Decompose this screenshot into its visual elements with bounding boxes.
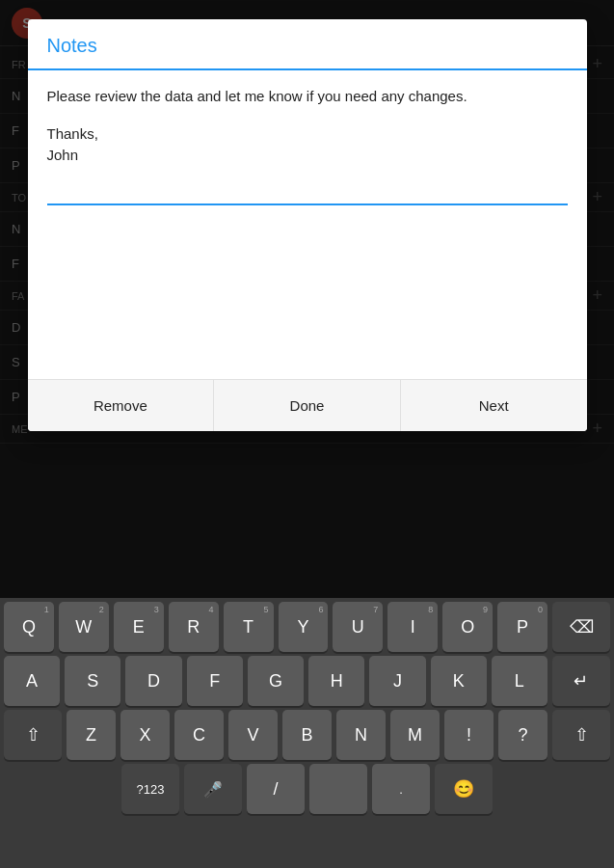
dialog-actions: Remove Done Next [28,379,587,431]
key-e[interactable]: 3E [114,602,164,652]
shift-key-left[interactable]: ⇧ [4,710,62,760]
key-exclaim[interactable]: ! [444,710,494,760]
key-v[interactable]: V [228,710,278,760]
backspace-key[interactable]: ⌫ [552,602,610,652]
dialog-content: Please review the data and let me know i… [28,70,587,379]
key-w[interactable]: 2W [59,602,109,652]
key-t[interactable]: 5T [224,602,274,652]
next-button[interactable]: Next [401,380,587,431]
keyboard-row-2: A S D F G H J K L ↵ [0,652,614,706]
slash-key[interactable]: / [247,764,305,814]
key-s[interactable]: S [65,656,120,706]
key-g[interactable]: G [248,656,304,706]
key-question[interactable]: ? [498,710,547,760]
dialog-body-text: Please review the data and let me know i… [47,86,568,108]
key-z[interactable]: Z [67,710,116,760]
dialog-title: Notes [28,19,587,70]
key-k[interactable]: K [431,656,487,706]
keyboard-row-3: ⇧ Z X C V B N M ! ? ⇧ [0,706,614,760]
period-key[interactable]: . [372,764,430,814]
enter-key[interactable]: ↵ [552,656,610,706]
key-q[interactable]: 1Q [4,602,54,652]
notes-text-input[interactable] [47,182,568,205]
modal-overlay: Notes Please review the data and let me … [0,0,614,598]
notes-dialog: Notes Please review the data and let me … [28,19,587,431]
remove-button[interactable]: Remove [28,380,215,431]
key-u[interactable]: 7U [333,602,383,652]
keyboard-row-4: ?123 🎤 / . 😊 [0,760,614,814]
key-o[interactable]: 9O [442,602,493,652]
keyboard: 1Q 2W 3E 4R 5T 6Y 7U 8I 9O 0P ⌫ A S D F … [0,598,614,868]
key-d[interactable]: D [125,656,181,706]
key-p[interactable]: 0P [497,602,547,652]
key-f[interactable]: F [187,656,243,706]
key-b[interactable]: B [282,710,332,760]
sym-key[interactable]: ?123 [121,764,179,814]
key-h[interactable]: H [308,656,364,706]
keyboard-row-1: 1Q 2W 3E 4R 5T 6Y 7U 8I 9O 0P ⌫ [0,598,614,652]
key-y[interactable]: 6Y [279,602,329,652]
emoji-key[interactable]: 😊 [435,764,493,814]
dialog-signature: Thanks, John [47,123,568,167]
key-l[interactable]: L [492,656,547,706]
space-key[interactable] [309,764,367,814]
key-j[interactable]: J [369,656,425,706]
done-button[interactable]: Done [214,380,401,431]
key-x[interactable]: X [120,710,170,760]
key-r[interactable]: 4R [169,602,219,652]
key-a[interactable]: A [4,656,60,706]
mic-key[interactable]: 🎤 [184,764,242,814]
key-m[interactable]: M [390,710,440,760]
key-n[interactable]: N [336,710,386,760]
key-i[interactable]: 8I [387,602,438,652]
key-c[interactable]: C [174,710,224,760]
shift-key-right[interactable]: ⇧ [552,710,610,760]
